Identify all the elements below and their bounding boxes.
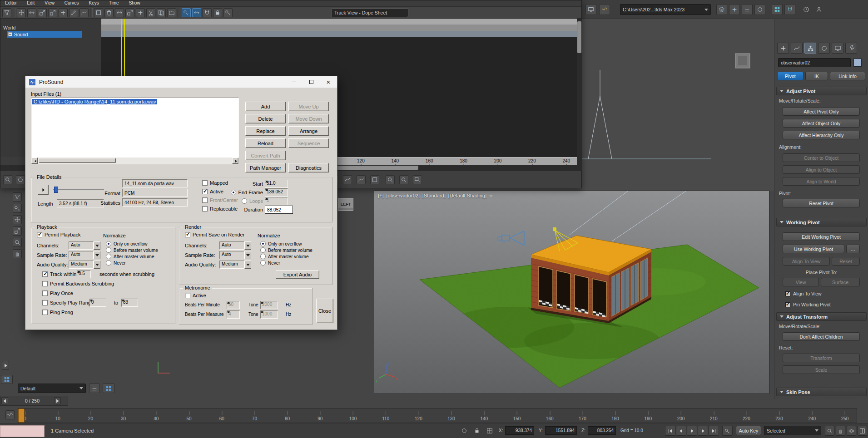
end-frame-spinner[interactable]: 139.052	[265, 188, 293, 197]
tab-create[interactable]	[777, 43, 789, 54]
object-color-swatch[interactable]	[853, 59, 862, 67]
sound-track-row[interactable]	[101, 31, 577, 37]
sequence-button[interactable]: Sequence	[288, 138, 329, 148]
filter-icon[interactable]	[13, 192, 22, 202]
dont-affect-children-button[interactable]: Don't Affect Children	[783, 332, 860, 341]
norm-never-row[interactable]: Never	[106, 260, 126, 266]
maximize-button[interactable]	[303, 76, 320, 88]
backwards-scrubbing-checkbox[interactable]	[42, 281, 48, 286]
mapped-checkbox-row[interactable]: Mapped	[202, 180, 228, 186]
add-button[interactable]: Add	[245, 102, 286, 111]
zoom-icon[interactable]	[386, 175, 395, 184]
isolate-curve-icon[interactable]	[16, 175, 25, 184]
scroll-right-icon[interactable]	[232, 157, 238, 164]
viewport-label-menu-arrow[interactable]	[489, 195, 493, 197]
slider-handle[interactable]	[54, 187, 58, 193]
file-list-item-selected[interactable]: C:\zfiles\RD - Gonçalo Rangel\14_11.som.…	[32, 99, 157, 104]
grid-snap-icon[interactable]	[772, 4, 783, 15]
preview-position-slider[interactable]	[53, 187, 104, 193]
loops-spinner[interactable]: 1	[265, 197, 293, 205]
copy-time-icon[interactable]	[157, 8, 166, 17]
export-audio-button[interactable]: Export Audio	[276, 270, 319, 279]
center-to-object-button[interactable]: Center to Object	[783, 153, 860, 162]
scale-keys-icon[interactable]	[38, 8, 47, 17]
norm-after-radio[interactable]	[106, 254, 111, 259]
menu-time[interactable]: Time	[109, 0, 119, 6]
affect-hierarchy-only-button[interactable]: Affect Hierarchy Only	[783, 131, 860, 139]
add-keys-icon[interactable]	[59, 8, 68, 17]
play-once-row[interactable]: Play Once	[42, 290, 73, 296]
layer-explorer-icon[interactable]	[716, 4, 727, 15]
minimize-button[interactable]	[285, 76, 303, 88]
render-norm-after-radio[interactable]	[260, 254, 266, 259]
align-to-view-checkbox[interactable]	[785, 291, 790, 296]
tree-item-world[interactable]: World	[3, 24, 15, 31]
move-keys-icon[interactable]	[13, 215, 22, 224]
left-viewcube[interactable]: LEFT	[338, 198, 353, 211]
paste-time-icon[interactable]	[167, 8, 176, 17]
previous-frame-arrow[interactable]	[1, 397, 8, 404]
fit-selected-icon[interactable]	[357, 175, 366, 184]
zoom-region-icon[interactable]	[413, 175, 422, 184]
close-dialog-button[interactable]: Close	[316, 299, 333, 323]
select-time-icon[interactable]	[94, 8, 103, 17]
metronome-active-row[interactable]: Active	[185, 293, 206, 298]
selection-filter-dropdown[interactable]: Selected	[764, 426, 821, 435]
menu-keys[interactable]: Keys	[89, 0, 99, 6]
scale-values-icon[interactable]	[48, 8, 57, 17]
track-within-checkbox[interactable]	[42, 271, 48, 277]
tree-item-sound[interactable]: Sound	[7, 31, 82, 38]
world-track-row[interactable]	[101, 25, 577, 31]
permit-playback-checkbox[interactable]	[37, 232, 42, 237]
duration-field[interactable]: 88.052	[265, 206, 293, 214]
scene-explorer-icon[interactable]	[585, 4, 596, 15]
reverse-time-icon[interactable]	[115, 8, 124, 17]
snap-frames-icon[interactable]	[203, 8, 212, 17]
timeline-track-bar[interactable]: 0102030405060708090100110120130140150160…	[18, 408, 857, 423]
scale-keys-icon[interactable]	[13, 226, 22, 236]
beats-per-minute-spinner[interactable]: 60	[227, 301, 245, 309]
expand-trackbar-icon[interactable]	[2, 361, 9, 370]
lock-selection-icon[interactable]	[213, 8, 222, 17]
z-coordinate-field[interactable]: 803.254	[588, 426, 616, 435]
scale-time-icon[interactable]	[125, 8, 134, 17]
next-frame-button[interactable]	[698, 426, 708, 436]
norm-after-row[interactable]: After master volume	[106, 254, 154, 259]
subtab-pivot[interactable]: Pivot	[777, 72, 804, 80]
frame-box-icon[interactable]	[370, 175, 379, 184]
maxscript-mini-listener[interactable]	[0, 425, 45, 437]
path-manager-button[interactable]: Path Manager	[245, 163, 286, 172]
input-files-list[interactable]: C:\zfiles\RD - Gonçalo Rangel\14_11.som.…	[31, 98, 239, 164]
diagnostics-button[interactable]: Diagnostics	[288, 163, 329, 172]
play-animation-button[interactable]	[687, 426, 697, 436]
trackview-name-field[interactable]: Track View - Dope Sheet	[331, 8, 408, 17]
replaceable-checkbox[interactable]	[202, 206, 208, 212]
maximize-viewport-icon[interactable]	[858, 426, 867, 436]
rollout-adjust-pivot[interactable]: Adjust Pivot	[776, 87, 867, 95]
mapped-checkbox[interactable]	[202, 180, 208, 186]
previous-frame-button[interactable]	[676, 426, 686, 436]
draw-curves-icon[interactable]	[69, 8, 78, 17]
tab-display[interactable]	[832, 43, 843, 54]
backwards-scrubbing-row[interactable]: Permit Backwards Scrubbing	[42, 281, 114, 286]
align-to-object-button[interactable]: Align to Object	[783, 165, 860, 174]
active-checkbox-row[interactable]: Active	[202, 189, 223, 194]
camera-viewport[interactable]: z x y [+] [observador02] [Standard] [Def…	[374, 191, 769, 394]
render-norm-overflow-row[interactable]: Only on overflow	[260, 241, 302, 246]
render-norm-overflow-radio[interactable]	[260, 241, 266, 246]
viewport-menu-pov[interactable]: [observador02]	[387, 193, 420, 198]
use-working-pivot-button[interactable]: Use Working Pivot	[783, 245, 844, 253]
affect-pivot-only-button[interactable]: Affect Pivot Only	[783, 107, 860, 116]
edit-ranges-mode-icon[interactable]	[192, 8, 201, 17]
slide-keys-icon[interactable]	[27, 8, 36, 17]
reset-transform-button[interactable]: Transform	[783, 354, 860, 362]
working-pivot-options-button[interactable]: ...	[846, 245, 860, 253]
material-editor-icon[interactable]	[599, 4, 610, 15]
norm-overflow-radio[interactable]	[106, 241, 111, 246]
menu-edit[interactable]: Edit	[27, 0, 35, 6]
delete-time-icon[interactable]	[104, 8, 114, 17]
beats-per-measure-spinner[interactable]: 4	[227, 310, 245, 319]
layer-list-icon[interactable]	[742, 4, 753, 15]
reload-button[interactable]: Reload	[245, 138, 286, 148]
tone-1-spinner[interactable]: 2000	[260, 301, 283, 309]
